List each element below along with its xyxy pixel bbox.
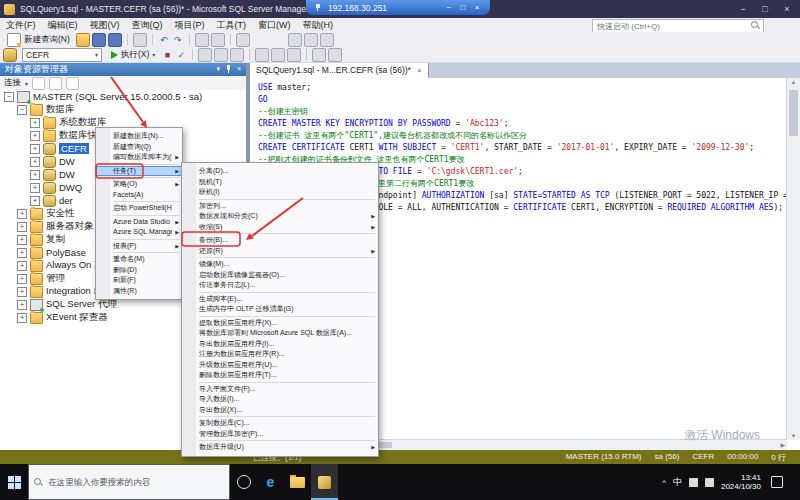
tree-expander-icon[interactable]: +: [17, 209, 27, 219]
context-menu-item[interactable]: 加密列...: [182, 201, 378, 212]
template-explorer-icon[interactable]: [320, 33, 334, 47]
comment-selection-icon[interactable]: [255, 48, 269, 62]
undo-icon[interactable]: ↶: [158, 34, 170, 46]
tree-expander-icon[interactable]: +: [17, 313, 27, 323]
edge-button[interactable]: e: [257, 464, 284, 500]
rdp-close-button[interactable]: ×: [470, 1, 484, 15]
chevron-down-icon[interactable]: ▾: [216, 62, 220, 76]
new-query-button[interactable]: 新建查询(N): [3, 33, 74, 47]
context-menu-item[interactable]: 数据库升级(U)▶: [182, 442, 378, 453]
rdp-minimize-button[interactable]: −: [442, 1, 456, 15]
tree-expander-icon[interactable]: −: [17, 105, 27, 115]
taskbar-search-input[interactable]: [46, 476, 224, 488]
context-menu-item[interactable]: 策略(O)▶: [96, 179, 182, 190]
results-to-text-icon[interactable]: [198, 48, 212, 62]
menubar-item[interactable]: 文件(F): [0, 18, 42, 32]
context-menu-item[interactable]: 删除数据层应用程序(T)...: [182, 370, 378, 381]
indent-icon[interactable]: [271, 48, 285, 62]
database-selector[interactable]: CEFR ▾: [22, 48, 102, 62]
open-file-icon[interactable]: [76, 33, 90, 47]
context-menu-item[interactable]: 收缩(S)▶: [182, 222, 378, 233]
menubar-item[interactable]: 项目(P): [169, 18, 211, 32]
context-menu-item[interactable]: 启动数据库镜像监视器(O)...: [182, 270, 378, 281]
minimize-button[interactable]: −: [732, 0, 754, 18]
pin-icon[interactable]: [315, 3, 322, 12]
tree-expander-icon[interactable]: +: [30, 144, 40, 154]
print-icon[interactable]: [133, 33, 147, 47]
taskbar-clock[interactable]: 13:41 2024/10/30: [721, 473, 761, 491]
context-menu-item[interactable]: 还原(R)▶: [182, 246, 378, 257]
cortana-button[interactable]: [230, 464, 257, 500]
context-menu-item[interactable]: 属性(R): [96, 286, 182, 297]
tree-expander-icon[interactable]: +: [30, 157, 40, 167]
tree-expander-icon[interactable]: +: [30, 196, 40, 206]
close-button[interactable]: ×: [776, 0, 798, 18]
context-menu-item[interactable]: 分离(D)...: [182, 166, 378, 177]
tree-expander-icon[interactable]: +: [17, 287, 27, 297]
context-menu-item[interactable]: 镜像(M)...: [182, 259, 378, 270]
menubar-item[interactable]: 工具(T): [211, 18, 253, 32]
tree-expander-icon[interactable]: +: [17, 248, 27, 258]
context-menu-item[interactable]: 将数据库部署到 Microsoft Azure SQL 数据库(A)...: [182, 328, 378, 339]
tree-expander-icon[interactable]: +: [30, 183, 40, 193]
scroll-right-icon[interactable]: ▶: [780, 441, 785, 448]
volume-icon[interactable]: [705, 478, 714, 487]
context-menu-item[interactable]: 升级数据层应用程序(U)...: [182, 360, 378, 371]
close-icon[interactable]: ×: [417, 66, 422, 75]
context-menu-item[interactable]: 新建查询(Q): [96, 142, 182, 153]
context-menu-item[interactable]: 提取数据层应用程序(X)...: [182, 318, 378, 329]
outdent-icon[interactable]: [287, 48, 301, 62]
context-menu-item[interactable]: Azure Data Studio (A)▶: [96, 217, 182, 228]
context-menu-item[interactable]: 刷新(F): [96, 275, 182, 286]
tree-expander-icon[interactable]: +: [30, 131, 40, 141]
save-all-icon[interactable]: [108, 33, 122, 47]
connect-button[interactable]: 连接: [4, 77, 21, 89]
close-icon[interactable]: ×: [237, 62, 241, 76]
context-menu-item[interactable]: 复制数据库(C)...: [182, 418, 378, 429]
quick-launch-input[interactable]: [592, 19, 764, 33]
context-menu-item[interactable]: 导出数据(X)...: [182, 405, 378, 416]
context-menu-item[interactable]: 注册为数据层应用程序(R)...: [182, 349, 378, 360]
pin-icon[interactable]: [225, 64, 232, 74]
tree-node[interactable]: −数据库: [0, 103, 246, 116]
tree-expander-icon[interactable]: −: [4, 92, 14, 102]
tree-expander-icon[interactable]: +: [17, 261, 27, 271]
scrollbar-thumb[interactable]: [789, 90, 798, 136]
context-menu-item[interactable]: 数据发现和分类(C)▶: [182, 211, 378, 222]
context-menu-item[interactable]: Azure SQL Managed Instance link▶: [96, 227, 182, 238]
context-menu-item[interactable]: 生成内存中 OLTP 迁移清单(G): [182, 304, 378, 315]
activity-monitor-icon[interactable]: [288, 33, 302, 47]
context-menu-item[interactable]: Facets(A): [96, 190, 182, 201]
network-icon[interactable]: [689, 478, 698, 487]
context-menu-item[interactable]: 传送事务日志(L)...: [182, 280, 378, 291]
query-options-icon[interactable]: [312, 48, 326, 62]
tree-expander-icon[interactable]: +: [17, 222, 27, 232]
maximize-button[interactable]: □: [754, 0, 776, 18]
database-icon[interactable]: [3, 48, 17, 62]
scroll-up-icon[interactable]: ▲: [787, 79, 800, 85]
results-to-file-icon[interactable]: [230, 48, 244, 62]
tree-expander-icon[interactable]: +: [30, 118, 40, 128]
context-menu-item[interactable]: 新建数据库(N)...: [96, 131, 182, 142]
refresh-icon[interactable]: [49, 77, 62, 90]
tray-expand-icon[interactable]: ^: [662, 478, 666, 487]
tree-expander-icon[interactable]: +: [17, 235, 27, 245]
rdp-restore-button[interactable]: □: [456, 1, 470, 15]
menubar-item[interactable]: 帮助(H): [297, 18, 340, 32]
notification-center-icon[interactable]: [771, 476, 783, 488]
tree-expander-icon[interactable]: +: [30, 170, 40, 180]
context-menu-item[interactable]: 启动 PowerShell(H): [96, 203, 182, 214]
tree-node[interactable]: −MASTER (SQL Server 15.0.2000.5 - sa): [0, 90, 246, 103]
taskbar-search[interactable]: [28, 464, 230, 500]
uncomment-icon[interactable]: [211, 33, 225, 47]
scroll-down-icon[interactable]: ▼: [787, 433, 800, 439]
context-menu-item[interactable]: 导入平面文件(F)...: [182, 384, 378, 395]
start-button[interactable]: [0, 464, 28, 500]
context-menu-item[interactable]: 脱机(T): [182, 177, 378, 188]
tree-expander-icon[interactable]: +: [17, 274, 27, 284]
menubar-item[interactable]: 查询(Q): [126, 18, 169, 32]
execute-button[interactable]: 执行(X) ▾: [107, 48, 159, 62]
disconnect-icon[interactable]: [32, 77, 45, 90]
context-menu-item[interactable]: 删除(D): [96, 265, 182, 276]
context-menu-item[interactable]: 重命名(M): [96, 254, 182, 265]
